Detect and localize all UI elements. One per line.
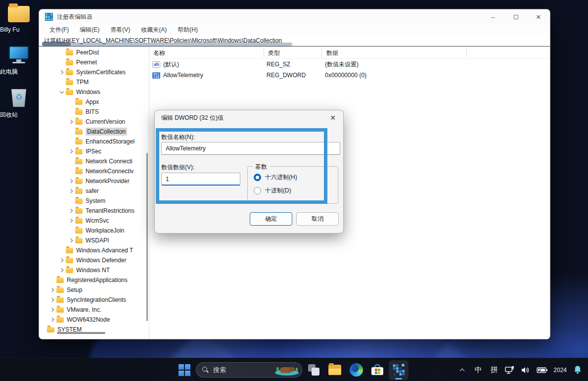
start-button[interactable] xyxy=(175,360,194,380)
tree-item-networkconnectivity[interactable]: NetworkConnectiv xyxy=(39,166,149,176)
chevron-right-icon[interactable] xyxy=(67,216,75,226)
chevron-right-icon[interactable] xyxy=(67,236,75,245)
tree-item-windows-defender[interactable]: Windows Defender xyxy=(39,255,149,265)
tree-item-vmware-inc[interactable]: VMware, Inc. xyxy=(39,305,149,315)
menu-file[interactable]: 文件(F) xyxy=(45,25,73,35)
maximize-button[interactable] xyxy=(504,9,527,24)
radio-decimal[interactable]: 十进制(D) xyxy=(254,187,291,195)
column-header-name[interactable]: 名称 xyxy=(153,49,165,57)
value-row-allowtelemetry[interactable]: 011 110AllowTelemetry REG_DWORD 0x000000… xyxy=(149,70,550,81)
folder-icon xyxy=(75,149,83,154)
tree-item-setup[interactable]: Setup xyxy=(39,285,149,295)
chevron-icon xyxy=(67,196,75,206)
dialog-close-button[interactable]: ✕ xyxy=(325,111,340,124)
desktop-icon-billy-fu[interactable]: Billy Fu xyxy=(0,2,38,24)
tree-item-networkprovider[interactable]: NetworkProvider xyxy=(39,176,149,186)
ok-button[interactable]: 确定 xyxy=(250,212,292,226)
value-data-input[interactable] xyxy=(161,173,240,186)
column-header-type[interactable]: 类型 xyxy=(268,49,280,57)
desktop-icon-this-pc[interactable]: 此电脑 xyxy=(0,45,38,66)
chevron-icon xyxy=(67,166,75,176)
search-box[interactable]: 搜索 xyxy=(196,362,302,378)
tree-item-bits[interactable]: BITS xyxy=(39,107,149,117)
dialog-titlebar[interactable]: 编辑 DWORD (32 位)值 ✕ xyxy=(155,110,343,125)
chevron-right-icon[interactable] xyxy=(58,67,66,77)
tree-item-enhancedstorage[interactable]: EnhancedStorageI xyxy=(39,137,149,146)
tree-item-datacollection[interactable]: DataCollection xyxy=(39,127,149,137)
folder-icon xyxy=(56,278,64,283)
tree-item-ipsec[interactable]: IPSec xyxy=(39,146,149,156)
tree-item-registeredapplications[interactable]: RegisteredApplications xyxy=(39,275,149,285)
tree-item-appx[interactable]: Appx xyxy=(39,97,149,107)
menu-view[interactable]: 查看(V) xyxy=(106,25,135,35)
tree-horizontal-scrollbar[interactable] xyxy=(57,332,105,334)
tree-item-currentversion[interactable]: CurrentVersion xyxy=(39,117,149,127)
pinyin-indicator[interactable]: 拼 xyxy=(488,361,500,379)
tree-vertical-scrollbar[interactable] xyxy=(146,153,148,321)
value-row-default[interactable]: ab(默认) REG_SZ (数值未设置) xyxy=(149,59,550,70)
radio-hexadecimal[interactable]: 十六进制(H) xyxy=(254,173,297,182)
chevron-right-icon[interactable] xyxy=(67,176,75,186)
tree-item-wsdapi[interactable]: WSDAPI xyxy=(39,236,149,245)
cancel-button[interactable]: 取消 xyxy=(296,212,339,226)
chevron-right-icon[interactable] xyxy=(67,146,75,156)
volume-icon[interactable] xyxy=(519,361,532,379)
chevron-right-icon[interactable] xyxy=(48,295,56,305)
tree-item-windows-advanced-threat-protection[interactable]: Windows Advanced T xyxy=(39,245,149,255)
chevron-right-icon[interactable] xyxy=(67,117,75,127)
hidden-icons-chevron[interactable] xyxy=(456,361,469,379)
file-explorer-button[interactable] xyxy=(325,360,345,380)
window-title: 注册表编辑器 xyxy=(57,13,92,21)
microsoft-store-button[interactable] xyxy=(367,360,387,380)
chevron-right-icon[interactable] xyxy=(58,265,66,275)
tree-item-wcmsvc[interactable]: WcmSvc xyxy=(39,216,149,226)
tree-item-tenantrestrictions[interactable]: TenantRestrictions xyxy=(39,206,149,216)
chevron-down-icon[interactable] xyxy=(58,87,66,97)
chevron-right-icon[interactable] xyxy=(67,186,75,196)
notification-bell-icon[interactable] xyxy=(571,361,584,379)
column-header-data[interactable]: 数据 xyxy=(326,49,338,57)
clock-date[interactable]: 2024 xyxy=(552,361,568,379)
address-path[interactable]: 计算机\HKEY_LOCAL_MACHINE\SOFTWARE\Policies… xyxy=(44,37,282,45)
chevron-icon xyxy=(39,325,47,334)
tree-item-wow6432node[interactable]: WOW6432Node xyxy=(39,315,149,325)
address-bar[interactable]: 计算机\HKEY_LOCAL_MACHINE\SOFTWARE\Policies… xyxy=(39,36,550,47)
radio-unselected-icon[interactable] xyxy=(254,187,261,194)
chevron-right-icon[interactable] xyxy=(48,285,56,295)
menu-favorites[interactable]: 收藏夹(A) xyxy=(136,25,171,35)
value-name-input[interactable] xyxy=(161,142,340,155)
tree-item-workplacejoin[interactable]: WorkplaceJoin xyxy=(39,226,149,236)
tree-item-peernet[interactable]: Peernet xyxy=(39,57,149,67)
folder-icon xyxy=(75,179,83,184)
chevron-right-icon[interactable] xyxy=(58,255,66,265)
chevron-right-icon[interactable] xyxy=(48,305,56,315)
tree-item-safer[interactable]: safer xyxy=(39,186,149,196)
tree-item-syncintegrationclients[interactable]: SyncIntegrationClients xyxy=(39,295,149,305)
minimize-button[interactable]: – xyxy=(482,9,504,24)
folder-icon xyxy=(66,248,73,253)
network-icon[interactable] xyxy=(503,361,516,379)
radio-selected-icon[interactable] xyxy=(254,174,261,181)
tree-item-system[interactable]: System xyxy=(39,196,149,206)
tree-item-tpm[interactable]: TPM xyxy=(39,77,149,87)
folder-icon xyxy=(66,70,73,75)
window-titlebar[interactable]: 注册表编辑器 – ✕ xyxy=(39,9,550,24)
battery-icon[interactable] xyxy=(535,361,549,379)
chevron-right-icon[interactable] xyxy=(48,315,56,325)
edge-button[interactable] xyxy=(346,360,366,380)
chevron-right-icon[interactable] xyxy=(67,206,75,216)
tree-item-windows[interactable]: Windows xyxy=(39,87,149,97)
tree-item-peerdist[interactable]: PeerDist xyxy=(39,48,149,57)
desktop-icon-recycle-bin[interactable]: ♻ 回收站 xyxy=(0,88,38,109)
menu-edit[interactable]: 编辑(E) xyxy=(75,25,104,35)
tree-item-systemcertificates[interactable]: SystemCertificates xyxy=(39,67,149,77)
tree-item-windows-nt[interactable]: Windows NT xyxy=(39,265,149,275)
ime-mode-indicator[interactable]: 中 xyxy=(472,361,485,379)
close-button[interactable]: ✕ xyxy=(527,9,550,24)
taskbar: 搜索 xyxy=(0,358,588,381)
tree-item-network-connections[interactable]: Network Connecti xyxy=(39,156,149,166)
registry-editor-taskbar-button[interactable] xyxy=(389,360,408,380)
chevron-icon xyxy=(58,57,66,67)
task-view-button[interactable] xyxy=(304,360,323,380)
menu-help[interactable]: 帮助(H) xyxy=(173,25,202,35)
